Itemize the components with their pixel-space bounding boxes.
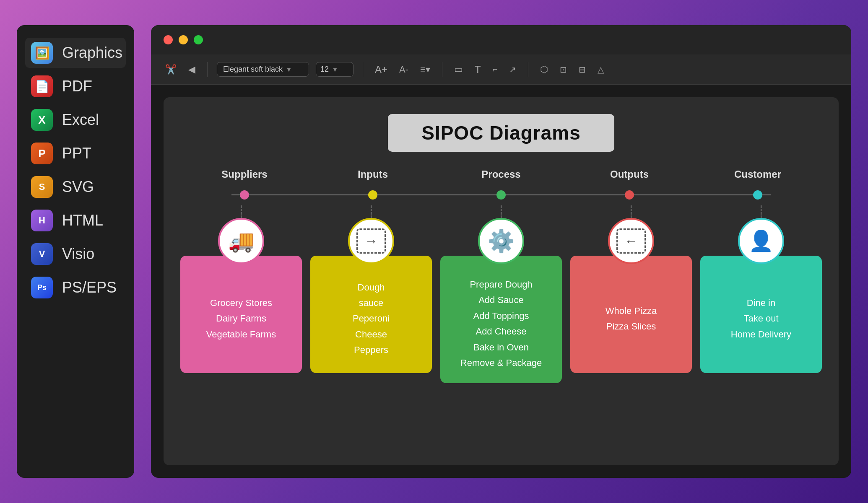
dot-inputs [368, 190, 377, 200]
card-customer: Dine inTake outHome Delivery [700, 256, 822, 373]
graphics-icon: 🖼️ [31, 42, 53, 64]
sipoc-headers: Suppliers Inputs Process Outputs Custome… [180, 169, 822, 180]
card-inputs: DoughsaucePeperoniCheesePeppers [310, 256, 432, 373]
dot-suppliers [240, 190, 249, 200]
outputs-dashed-icon: ← [616, 228, 646, 254]
sidebar-label-ppt: PPT [62, 145, 91, 162]
card-suppliers: Grocery StoresDairy FarmsVegetable Farms [180, 256, 302, 373]
dashed-line-suppliers [241, 205, 242, 218]
sidebar-item-visio[interactable]: V Visio [25, 239, 126, 269]
header-customer: Customer [720, 169, 795, 180]
pseps-icon: Ps [31, 277, 53, 298]
html-icon: H [31, 210, 53, 231]
header-process: Process [463, 169, 539, 180]
titlebar [151, 25, 851, 54]
sidebar-label-html: HTML [62, 212, 103, 229]
circle-suppliers: 🚚 [218, 218, 264, 264]
size-dropdown-arrow: ▼ [332, 66, 338, 73]
font-name: Elegant soft black [223, 65, 283, 74]
canvas-area: SIPOC Diagrams Suppliers Inputs Process … [164, 97, 839, 465]
circle-outputs: ← [608, 218, 654, 264]
sidebar-label-pseps: PS/EPS [62, 279, 117, 296]
connector-icon[interactable]: ⌐ [490, 62, 500, 77]
toolbar-divider-4 [528, 62, 528, 77]
sidebar-item-graphics[interactable]: 🖼️ Graphics [25, 38, 126, 68]
ppt-icon: P [31, 143, 53, 164]
card-process: Prepare DoughAdd SauceAdd ToppingsAdd Ch… [440, 256, 562, 383]
col-outputs: ← Whole PizzaPizza Slices [570, 205, 692, 383]
sidebar-item-html[interactable]: H HTML [25, 205, 126, 236]
card-text-outputs: Whole PizzaPizza Slices [606, 303, 657, 334]
sidebar-item-pdf[interactable]: 📄 PDF [25, 71, 126, 101]
customer-icon: 👤 [748, 229, 774, 253]
diagram-title: SIPOC Diagrams [421, 122, 581, 144]
gear-icon: ⚙️ [488, 228, 515, 254]
font-size-selector[interactable]: 12 ▼ [316, 62, 353, 77]
sidebar-label-graphics: Graphics [62, 44, 122, 62]
cut-icon[interactable]: ✂️ [163, 62, 179, 78]
undo-icon[interactable]: ◀ [186, 62, 198, 78]
decrease-font-icon[interactable]: A- [397, 62, 411, 78]
card-text-inputs: DoughsaucePeperoniCheesePeppers [353, 280, 390, 358]
col-inputs: → DoughsaucePeperoniCheesePeppers [310, 205, 432, 383]
pdf-icon: 📄 [31, 75, 53, 97]
increase-font-icon[interactable]: A+ [372, 61, 390, 78]
maximize-button[interactable] [194, 35, 203, 44]
dot-process [496, 190, 506, 200]
dashed-line-outputs [631, 205, 632, 218]
triangle-icon[interactable]: △ [595, 62, 606, 77]
card-outputs: Whole PizzaPizza Slices [570, 256, 692, 373]
minimize-button[interactable] [179, 35, 188, 44]
rectangle-icon[interactable]: ▭ [452, 62, 465, 78]
sipoc-columns: 🚚 Grocery StoresDairy FarmsVegetable Far… [180, 205, 822, 383]
dot-customer [753, 190, 762, 200]
sipoc-container: Suppliers Inputs Process Outputs Custome… [180, 169, 822, 383]
dashed-line-process [501, 205, 502, 218]
timeline [180, 184, 822, 205]
svg-icon: S [31, 176, 53, 198]
font-selector[interactable]: Elegant soft black ▼ [217, 62, 309, 77]
header-suppliers: Suppliers [207, 169, 282, 180]
text-icon[interactable]: T [472, 61, 483, 78]
sidebar-item-svg[interactable]: S SVG [25, 172, 126, 202]
arrow-icon[interactable]: ↗ [507, 62, 519, 77]
toolbar: ✂️ ◀ Elegant soft black ▼ 12 ▼ A+ A- ≡▾ … [151, 54, 851, 85]
dashed-line-inputs [371, 205, 372, 218]
align-distribute-icon[interactable]: ⊟ [576, 62, 588, 77]
sidebar-label-svg: SVG [62, 178, 94, 196]
inputs-dashed-icon: → [356, 228, 386, 254]
card-text-process: Prepare DoughAdd SauceAdd ToppingsAdd Ch… [460, 277, 542, 371]
visio-icon: V [31, 243, 53, 265]
excel-icon: X [31, 109, 53, 131]
sidebar-item-ppt[interactable]: P PPT [25, 138, 126, 169]
card-text-suppliers: Grocery StoresDairy FarmsVegetable Farms [206, 295, 276, 342]
layers-icon[interactable]: ⬡ [538, 62, 551, 78]
circle-process: ⚙️ [478, 218, 524, 264]
main-window: ✂️ ◀ Elegant soft black ▼ 12 ▼ A+ A- ≡▾ … [151, 25, 851, 478]
sidebar-label-visio: Visio [62, 245, 94, 263]
sidebar-label-pdf: PDF [62, 78, 92, 95]
dot-outputs [625, 190, 634, 200]
dashed-line-customer [761, 205, 761, 218]
toolbar-divider-2 [363, 62, 363, 77]
sidebar-item-excel[interactable]: X Excel [25, 105, 126, 135]
frame-icon[interactable]: ⊡ [557, 62, 569, 77]
header-outputs: Outputs [592, 169, 667, 180]
header-inputs: Inputs [335, 169, 411, 180]
font-size-value: 12 [320, 65, 329, 74]
diagram-title-box: SIPOC Diagrams [388, 114, 614, 152]
toolbar-divider-3 [442, 62, 442, 77]
col-suppliers: 🚚 Grocery StoresDairy FarmsVegetable Far… [180, 205, 302, 383]
circle-customer: 👤 [738, 218, 784, 264]
circle-inputs: → [348, 218, 394, 264]
card-text-customer: Dine inTake outHome Delivery [731, 295, 791, 342]
font-dropdown-arrow: ▼ [286, 66, 292, 73]
sidebar: 🖼️ Graphics 📄 PDF X Excel P PPT S SVG H … [17, 25, 134, 478]
sidebar-label-excel: Excel [62, 111, 99, 129]
sidebar-item-pseps[interactable]: Ps PS/EPS [25, 272, 126, 303]
col-process: ⚙️ Prepare DoughAdd SauceAdd ToppingsAdd… [440, 205, 562, 383]
align-icon[interactable]: ≡▾ [418, 62, 433, 78]
toolbar-divider-1 [207, 62, 208, 77]
col-customer: 👤 Dine inTake outHome Delivery [700, 205, 822, 383]
close-button[interactable] [164, 35, 173, 44]
